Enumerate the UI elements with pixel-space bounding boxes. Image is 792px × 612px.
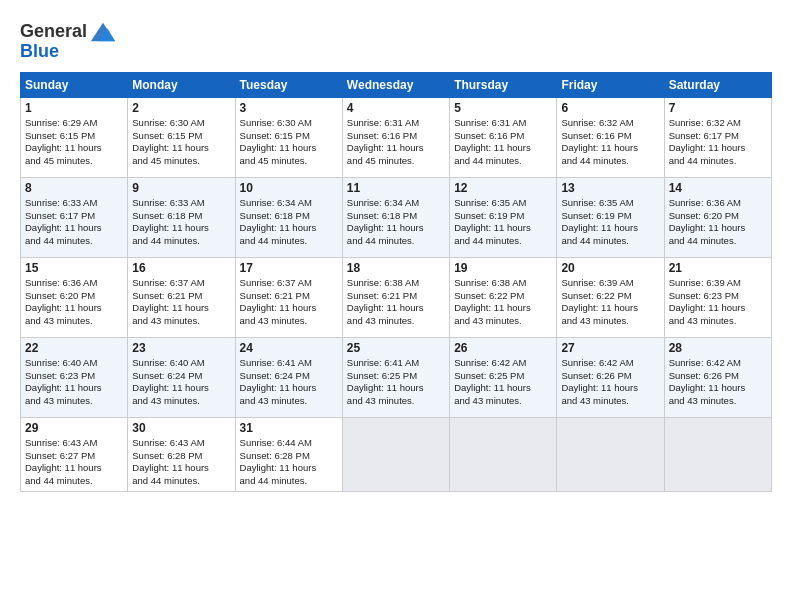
cell-line: Sunrise: 6:33 AM — [132, 197, 230, 210]
cell-line: and 43 minutes. — [454, 395, 552, 408]
cell-line: Sunset: 6:23 PM — [669, 290, 767, 303]
cell-line: Sunrise: 6:43 AM — [132, 437, 230, 450]
cell-line: and 43 minutes. — [240, 315, 338, 328]
cell-line: Sunset: 6:15 PM — [132, 130, 230, 143]
cell-line: Daylight: 11 hours — [561, 142, 659, 155]
cell-line: and 44 minutes. — [132, 475, 230, 488]
cell-line: Sunrise: 6:36 AM — [25, 277, 123, 290]
cell-line: Sunset: 6:24 PM — [132, 370, 230, 383]
day-number: 30 — [132, 421, 230, 435]
calendar-cell: 29Sunrise: 6:43 AMSunset: 6:27 PMDayligh… — [21, 417, 128, 491]
cell-line: Sunset: 6:21 PM — [347, 290, 445, 303]
cell-line: and 45 minutes. — [132, 155, 230, 168]
day-number: 5 — [454, 101, 552, 115]
dow-header-friday: Friday — [557, 72, 664, 97]
calendar-cell: 17Sunrise: 6:37 AMSunset: 6:21 PMDayligh… — [235, 257, 342, 337]
cell-line: and 43 minutes. — [240, 395, 338, 408]
cell-line: Sunset: 6:26 PM — [669, 370, 767, 383]
calendar-cell: 28Sunrise: 6:42 AMSunset: 6:26 PMDayligh… — [664, 337, 771, 417]
cell-line: and 45 minutes. — [25, 155, 123, 168]
cell-line: Daylight: 11 hours — [132, 142, 230, 155]
cell-line: Daylight: 11 hours — [347, 222, 445, 235]
cell-line: Sunrise: 6:34 AM — [240, 197, 338, 210]
dow-header-sunday: Sunday — [21, 72, 128, 97]
dow-header-wednesday: Wednesday — [342, 72, 449, 97]
calendar-cell: 18Sunrise: 6:38 AMSunset: 6:21 PMDayligh… — [342, 257, 449, 337]
day-number: 13 — [561, 181, 659, 195]
cell-line: Sunrise: 6:32 AM — [561, 117, 659, 130]
cell-line: Sunset: 6:28 PM — [240, 450, 338, 463]
calendar-cell: 23Sunrise: 6:40 AMSunset: 6:24 PMDayligh… — [128, 337, 235, 417]
calendar-cell — [342, 417, 449, 491]
day-number: 3 — [240, 101, 338, 115]
cell-line: and 44 minutes. — [347, 235, 445, 248]
cell-line: Sunset: 6:17 PM — [25, 210, 123, 223]
cell-line: Sunset: 6:16 PM — [347, 130, 445, 143]
calendar-body: 1Sunrise: 6:29 AMSunset: 6:15 PMDaylight… — [21, 97, 772, 491]
cell-line: Sunrise: 6:33 AM — [25, 197, 123, 210]
day-number: 18 — [347, 261, 445, 275]
day-number: 1 — [25, 101, 123, 115]
cell-line: Sunset: 6:28 PM — [132, 450, 230, 463]
cell-line: Daylight: 11 hours — [561, 222, 659, 235]
calendar-cell: 14Sunrise: 6:36 AMSunset: 6:20 PMDayligh… — [664, 177, 771, 257]
dow-header-tuesday: Tuesday — [235, 72, 342, 97]
calendar-cell: 2Sunrise: 6:30 AMSunset: 6:15 PMDaylight… — [128, 97, 235, 177]
cell-line: Daylight: 11 hours — [669, 382, 767, 395]
cell-line: Sunrise: 6:42 AM — [454, 357, 552, 370]
calendar-cell — [664, 417, 771, 491]
cell-line: Daylight: 11 hours — [454, 302, 552, 315]
cell-line: Sunrise: 6:42 AM — [561, 357, 659, 370]
calendar-cell: 9Sunrise: 6:33 AMSunset: 6:18 PMDaylight… — [128, 177, 235, 257]
cell-line: Sunset: 6:19 PM — [561, 210, 659, 223]
cell-line: Sunset: 6:23 PM — [25, 370, 123, 383]
cell-line: Sunrise: 6:43 AM — [25, 437, 123, 450]
day-number: 27 — [561, 341, 659, 355]
calendar-cell — [557, 417, 664, 491]
calendar-cell: 7Sunrise: 6:32 AMSunset: 6:17 PMDaylight… — [664, 97, 771, 177]
cell-line: Daylight: 11 hours — [347, 302, 445, 315]
cell-line: Sunset: 6:25 PM — [454, 370, 552, 383]
cell-line: Daylight: 11 hours — [347, 142, 445, 155]
calendar-cell: 16Sunrise: 6:37 AMSunset: 6:21 PMDayligh… — [128, 257, 235, 337]
cell-line: Sunset: 6:17 PM — [669, 130, 767, 143]
cell-line: Daylight: 11 hours — [240, 142, 338, 155]
day-number: 9 — [132, 181, 230, 195]
cell-line: Daylight: 11 hours — [25, 222, 123, 235]
cell-line: Sunrise: 6:30 AM — [240, 117, 338, 130]
day-number: 19 — [454, 261, 552, 275]
cell-line: Sunset: 6:21 PM — [240, 290, 338, 303]
cell-line: Daylight: 11 hours — [669, 222, 767, 235]
cell-line: Sunrise: 6:36 AM — [669, 197, 767, 210]
cell-line: Sunrise: 6:32 AM — [669, 117, 767, 130]
cell-line: Sunset: 6:25 PM — [347, 370, 445, 383]
cell-line: Sunrise: 6:39 AM — [669, 277, 767, 290]
cell-line: Sunrise: 6:29 AM — [25, 117, 123, 130]
cell-line: Sunset: 6:19 PM — [454, 210, 552, 223]
calendar-cell: 4Sunrise: 6:31 AMSunset: 6:16 PMDaylight… — [342, 97, 449, 177]
cell-line: Sunset: 6:24 PM — [240, 370, 338, 383]
calendar-cell: 6Sunrise: 6:32 AMSunset: 6:16 PMDaylight… — [557, 97, 664, 177]
cell-line: and 44 minutes. — [561, 155, 659, 168]
day-number: 8 — [25, 181, 123, 195]
cell-line: Sunrise: 6:31 AM — [347, 117, 445, 130]
cell-line: and 43 minutes. — [454, 315, 552, 328]
day-number: 12 — [454, 181, 552, 195]
cell-line: Sunrise: 6:31 AM — [454, 117, 552, 130]
logo-general: General — [20, 22, 87, 42]
cell-line: and 43 minutes. — [132, 395, 230, 408]
cell-line: Sunrise: 6:37 AM — [240, 277, 338, 290]
logo-blue: Blue — [20, 41, 59, 61]
calendar-cell: 19Sunrise: 6:38 AMSunset: 6:22 PMDayligh… — [450, 257, 557, 337]
calendar-cell: 27Sunrise: 6:42 AMSunset: 6:26 PMDayligh… — [557, 337, 664, 417]
cell-line: and 43 minutes. — [132, 315, 230, 328]
day-number: 22 — [25, 341, 123, 355]
cell-line: Sunset: 6:18 PM — [240, 210, 338, 223]
cell-line: Daylight: 11 hours — [25, 462, 123, 475]
cell-line: Daylight: 11 hours — [240, 382, 338, 395]
cell-line: and 44 minutes. — [25, 475, 123, 488]
cell-line: and 43 minutes. — [347, 315, 445, 328]
cell-line: Sunrise: 6:42 AM — [669, 357, 767, 370]
cell-line: Sunrise: 6:44 AM — [240, 437, 338, 450]
cell-line: Sunset: 6:18 PM — [132, 210, 230, 223]
